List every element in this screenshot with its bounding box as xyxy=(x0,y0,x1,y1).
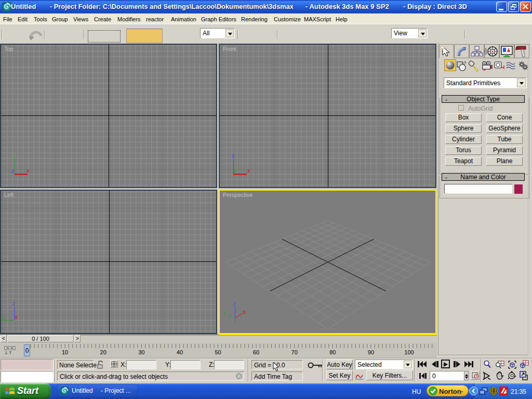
svg-text:x: x xyxy=(26,168,29,174)
svg-text:20: 20 xyxy=(100,349,107,355)
svg-text:10: 10 xyxy=(62,349,68,355)
svg-text:z: z xyxy=(11,168,14,174)
svg-text:y: y xyxy=(223,310,226,315)
svg-text:30: 30 xyxy=(138,349,144,355)
svg-text:90: 90 xyxy=(368,349,374,355)
svg-text:z: z xyxy=(233,301,236,307)
svg-text:50: 50 xyxy=(215,349,221,355)
svg-text:y: y xyxy=(2,314,4,320)
svg-text:60: 60 xyxy=(253,349,259,355)
svg-text:x: x xyxy=(247,168,250,174)
svg-text:y: y xyxy=(234,168,236,174)
svg-text:z: z xyxy=(12,301,15,307)
svg-text:x: x xyxy=(243,309,246,315)
svg-text:y: y xyxy=(13,153,16,158)
svg-text:70: 70 xyxy=(291,349,298,355)
svg-text:80: 80 xyxy=(329,349,336,355)
svg-text:z: z xyxy=(232,153,234,158)
svg-text:x: x xyxy=(15,314,18,320)
svg-text:100: 100 xyxy=(404,349,414,355)
svg-text:40: 40 xyxy=(177,349,183,355)
